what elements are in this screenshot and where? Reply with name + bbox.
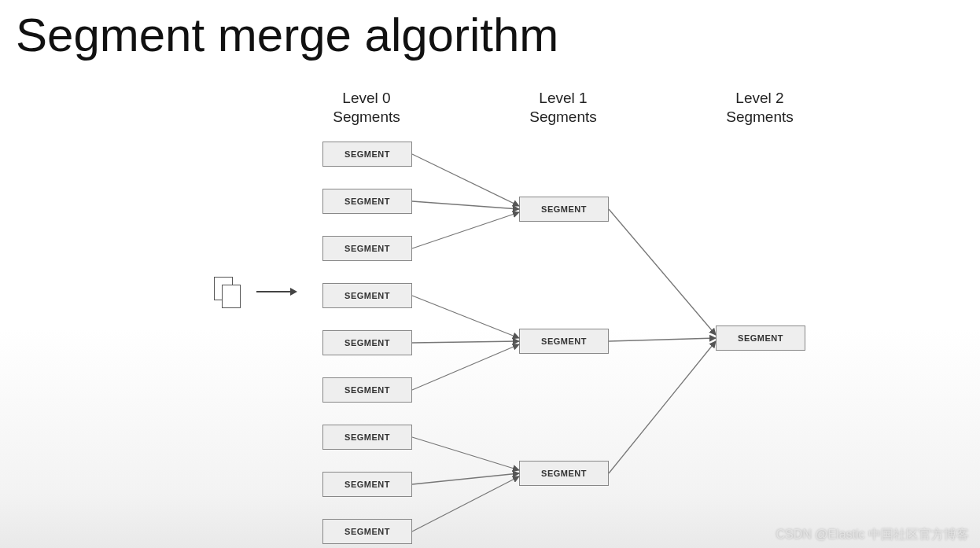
segment-l0-7: SEGMENT [322,472,412,497]
column-header-level2: Level 2Segments [697,89,823,127]
segment-l0-5: SEGMENT [322,377,412,403]
documents-arrow [256,291,296,292]
watermark-text: CSDN @Elastic 中国社区官方博客 [776,527,969,543]
documents-icon [214,277,247,310]
segment-l1-0: SEGMENT [519,197,609,222]
svg-line-10 [609,338,716,341]
segment-l2-0: SEGMENT [716,325,805,351]
segment-l0-8: SEGMENT [322,519,412,544]
page-title: Segment merge algorithm [16,8,558,62]
svg-line-11 [609,341,716,473]
svg-line-8 [412,476,519,531]
column-header-level1: Level 1Segments [500,89,626,127]
segment-l0-2: SEGMENT [322,236,412,261]
svg-line-6 [412,437,519,470]
svg-line-5 [412,344,519,390]
segment-l0-0: SEGMENT [322,142,412,167]
svg-line-7 [412,473,519,484]
segment-l0-3: SEGMENT [322,283,412,308]
segment-l0-6: SEGMENT [322,425,412,450]
svg-line-3 [412,296,519,338]
svg-line-4 [412,341,519,343]
svg-line-2 [412,212,519,248]
column-header-level0: Level 0Segments [304,89,429,127]
segment-l1-2: SEGMENT [519,461,609,486]
merge-arrows [0,0,980,548]
segment-l0-4: SEGMENT [322,330,412,355]
svg-line-0 [412,154,519,206]
svg-line-9 [609,209,716,335]
segment-l0-1: SEGMENT [322,189,412,214]
svg-line-1 [412,201,519,209]
segment-l1-1: SEGMENT [519,329,609,354]
